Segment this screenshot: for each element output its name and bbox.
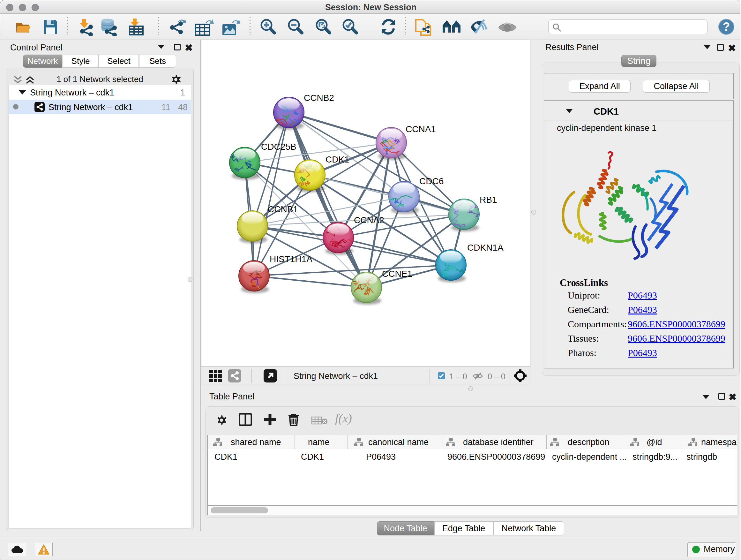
svg-text:CDKN1A: CDKN1A <box>467 243 503 253</box>
svg-text:CCNB1: CCNB1 <box>268 204 298 214</box>
svg-text:?: ? <box>723 20 730 33</box>
svg-text:CDC25B: CDC25B <box>261 142 296 152</box>
svg-text:RB1: RB1 <box>480 195 497 205</box>
svg-text:CCNB2: CCNB2 <box>304 93 334 103</box>
svg-text:CCNA1: CCNA1 <box>406 124 436 134</box>
svg-text:CCNE1: CCNE1 <box>382 269 412 279</box>
svg-text:CDC6: CDC6 <box>419 176 444 186</box>
svg-text:HIST1H1A: HIST1H1A <box>270 254 313 264</box>
svg-text:CDK1: CDK1 <box>326 154 349 165</box>
svg-text:CCNA2: CCNA2 <box>354 215 384 225</box>
